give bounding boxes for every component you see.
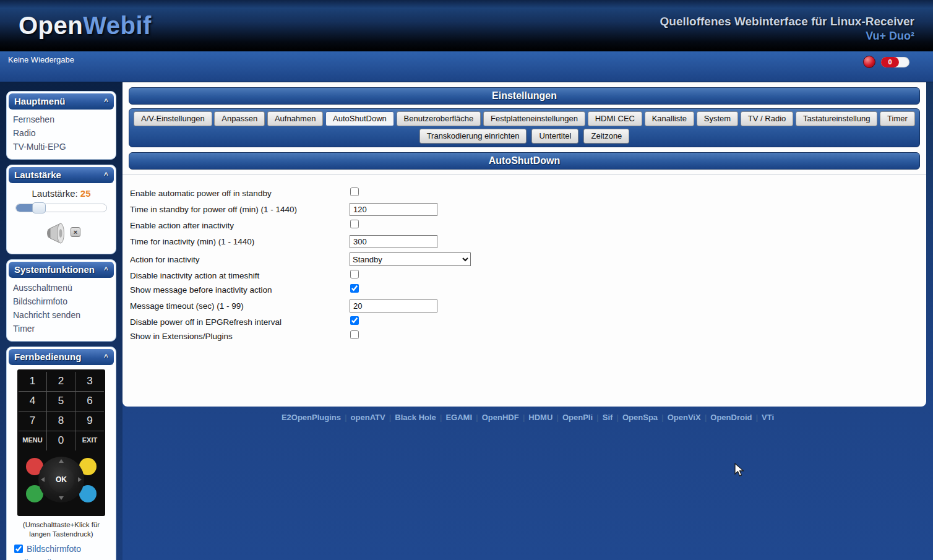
mute-button[interactable]: × [71,227,80,237]
navbar-controls: 0 [863,56,909,68]
footer-link[interactable]: VTi [762,413,774,422]
tab-button[interactable]: Untertitel [531,129,578,144]
arrow-down-icon[interactable] [59,496,64,500]
tab-button[interactable]: Anpassen [214,111,265,126]
app-header: OpenWebif Quelloffenes Webinterface für … [0,0,933,51]
openwebif-logo[interactable]: OpenWebif [19,12,152,40]
remote-key-9[interactable]: 9 [75,411,104,431]
footer-link[interactable]: EGAMI [445,413,472,422]
collapse-caret-icon[interactable]: ^ [104,354,108,360]
panel-systemfunktionen: Systemfunktionen ^ AusschaltmenüBildschi… [6,259,116,342]
main-column: Einstellungen A/V-EinstellungenAnpassenA… [123,82,933,560]
form-text-input[interactable] [350,299,437,312]
footer-separator: | [476,413,478,422]
form-label: Enable action after inactivity [130,221,350,230]
tab-button[interactable]: HDMI CEC [588,111,642,126]
remote-key-5[interactable]: 5 [47,392,75,411]
settings-title-bar: Einstellungen [129,87,920,105]
footer-link[interactable]: openATV [351,413,385,422]
footer-link[interactable]: OpenHDF [482,413,519,422]
tab-button[interactable]: Benutzeroberfläche [397,111,481,126]
tab-button[interactable]: TV / Radio [741,111,793,126]
content-area: Hauptmenü ^ FernsehenRadioTV-Multi-EPG L… [0,82,933,560]
sidebar: Hauptmenü ^ FernsehenRadioTV-Multi-EPG L… [0,82,123,560]
sidebar-item[interactable]: TV-Multi-EPG [13,140,110,153]
form-label: Disable power off in EPGRefresh interval [130,317,350,327]
footer-separator: | [523,413,525,422]
tab-button[interactable]: AutoShutDown [325,111,394,126]
tab-button[interactable]: System [697,111,738,126]
remote-key-exit[interactable]: EXIT [75,431,104,450]
tab-button[interactable]: Tastatureinstellung [796,111,877,126]
header-subtitle-block: Quelloffenes Webinterface für Linux-Rece… [660,8,914,43]
remote-ok-disc: OK [38,457,84,502]
tab-button[interactable]: Aufnahmen [267,111,324,126]
footer-link[interactable]: OpenSpa [622,413,658,422]
footer-separator: | [556,413,559,422]
panel-systemfunktionen-title: Systemfunktionen [14,264,95,275]
panel-hauptmenu-header[interactable]: Hauptmenü ^ [9,93,114,110]
sidebar-item[interactable]: Timer [13,322,110,335]
sidebar-item[interactable]: Ausschaltmenü [13,281,110,295]
remote-key-2[interactable]: 2 [47,372,75,392]
collapse-caret-icon[interactable]: ^ [104,172,108,178]
arrow-up-icon[interactable] [59,459,64,463]
form-text-input[interactable] [350,235,437,248]
tab-button[interactable]: Zeitzone [583,129,629,144]
panel-fernbedienung-header[interactable]: Fernbedienung ^ [9,349,114,365]
speaker-icon[interactable] [42,220,68,244]
form-text-input[interactable] [350,203,437,216]
panel-systemfunktionen-header[interactable]: Systemfunktionen ^ [9,262,114,278]
sidebar-item[interactable]: Fernsehen [13,113,110,126]
footer-link[interactable]: OpenPli [562,413,593,422]
tab-button[interactable]: Kanalliste [645,111,694,126]
sidebar-item[interactable]: Bildschirmfoto [13,295,110,308]
full-remote-link[interactable]: Vollständige Fernbedienung einblenden [13,555,87,560]
remote-key-6[interactable]: 6 [75,392,104,411]
footer-link[interactable]: Black Hole [395,413,436,422]
footer-link[interactable]: OpenDroid [710,413,752,422]
remote-key-1[interactable]: 1 [19,372,47,392]
remote-key-7[interactable]: 7 [19,411,47,431]
remote-ok-button[interactable]: OK [48,467,74,493]
sidebar-item[interactable]: Radio [13,126,110,140]
remote-key-menu[interactable]: MENU [19,431,47,450]
now-playing-status: Keine Wiedergabe [8,55,74,64]
panel-hauptmenu-title: Hauptmenü [14,96,66,106]
tab-button[interactable]: A/V-Einstellungen [134,111,212,126]
collapse-caret-icon[interactable]: ^ [104,98,108,105]
form-checkbox[interactable] [350,187,359,196]
recording-count-toggle[interactable]: 0 [881,57,909,67]
panel-lautstaerke-header[interactable]: Lautstärke ^ [9,167,114,183]
form-row: Show in Extensions/Plugins [130,330,920,342]
collapse-caret-icon[interactable]: ^ [104,267,108,273]
footer-separator: | [596,413,599,422]
form-checkbox[interactable] [350,330,359,339]
volume-slider-handle[interactable] [32,202,46,213]
form-select[interactable]: Standby [350,252,471,266]
footer-link[interactable]: OpenViX [668,413,701,422]
screenshot-checkbox[interactable] [14,545,23,553]
remote-key-0[interactable]: 0 [47,431,75,450]
remote-key-4[interactable]: 4 [19,392,47,411]
sidebar-item[interactable]: Nachricht senden [13,308,110,322]
remote-key-8[interactable]: 8 [47,411,75,431]
screenshot-label[interactable]: Bildschirmfoto [27,544,81,554]
footer-link[interactable]: E2OpenPlugins [282,413,341,422]
tab-button[interactable]: Transkodierung einrichten [419,129,527,144]
footer-link[interactable]: HDMU [528,413,552,422]
arrow-right-icon[interactable] [78,477,82,482]
form-row: Disable inactivity action at timeshift [130,269,920,282]
form-checkbox[interactable] [350,316,359,325]
remote-key-3[interactable]: 3 [75,372,104,392]
footer-link[interactable]: Sif [603,413,613,422]
volume-label: Lautstärke: 25 [13,186,110,204]
form-checkbox[interactable] [350,284,359,293]
tab-button[interactable]: Timer [880,111,915,126]
form-checkbox[interactable] [350,220,359,228]
record-indicator-icon[interactable] [863,56,875,68]
arrow-left-icon[interactable] [41,477,45,482]
form-checkbox[interactable] [350,270,359,278]
volume-slider[interactable] [15,204,107,212]
tab-button[interactable]: Festplatteneinstellungen [483,111,585,126]
